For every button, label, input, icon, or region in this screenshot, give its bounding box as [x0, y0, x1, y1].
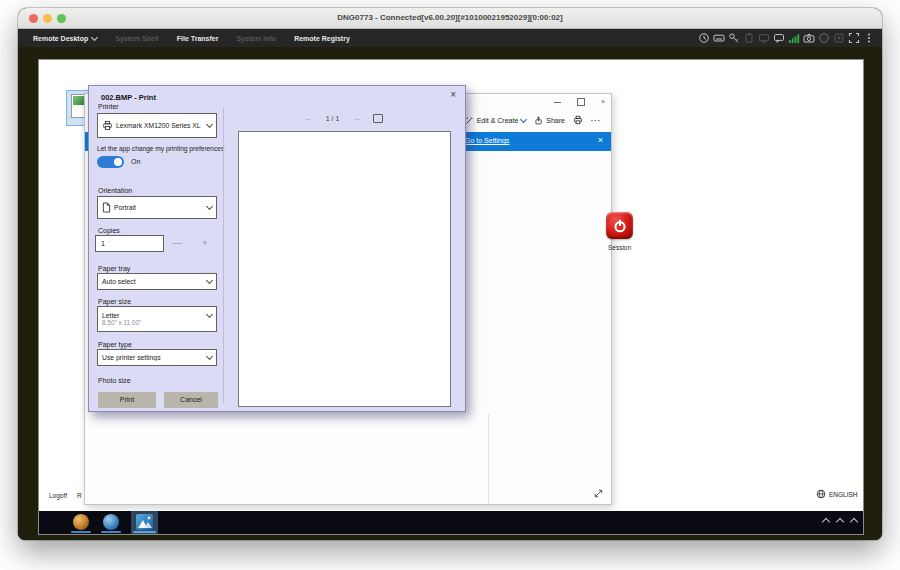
print-button[interactable]: Print	[98, 392, 156, 408]
fit-page-icon[interactable]	[373, 114, 383, 123]
paper-type-select[interactable]: Use printer settings	[97, 349, 217, 366]
running-indicator	[71, 531, 91, 533]
kebab-menu-icon[interactable]	[863, 32, 875, 44]
running-indicator	[133, 531, 156, 533]
share-button[interactable]: Share	[534, 116, 565, 125]
go-to-settings-link[interactable]: Go to Settings	[465, 137, 509, 144]
window-title: DNG0773 - Connected[v6.00.20][#101000219…	[18, 8, 882, 28]
close-icon[interactable]: ×	[601, 97, 605, 106]
globe-icon	[816, 489, 826, 499]
maximize-icon[interactable]	[577, 98, 585, 106]
chevron-up-icon	[836, 518, 844, 526]
titlebar: DNG0773 - Connected[v6.00.20][#101000219…	[18, 8, 882, 29]
paper-tray-label: Paper tray	[98, 265, 130, 272]
paper-type-label: Paper type	[98, 341, 132, 348]
menu-file-transfer[interactable]: File Transfer	[168, 35, 228, 42]
print-button-toolbar[interactable]	[573, 115, 583, 125]
keyboard-icon[interactable]	[713, 32, 725, 44]
zoom-traffic-light[interactable]	[57, 14, 66, 23]
edit-pencil-icon	[465, 116, 474, 125]
record-icon[interactable]	[818, 32, 830, 44]
paper-size-label: Paper size	[98, 298, 131, 305]
dialog-divider	[223, 108, 224, 403]
add-window-icon	[833, 32, 845, 44]
paper-size-value: Letter	[102, 312, 207, 319]
resize-diagonal-icon[interactable]	[593, 488, 604, 499]
printer-label: Printer	[98, 103, 119, 110]
taskbar-photos-icon[interactable]	[136, 514, 153, 530]
orientation-select[interactable]: Portrait	[97, 196, 217, 219]
session-shortcut-label[interactable]: Session	[597, 244, 642, 251]
ellipsis-icon: ···	[591, 117, 601, 124]
close-traffic-light[interactable]	[29, 14, 38, 23]
running-indicator	[101, 531, 121, 533]
paper-size-select[interactable]: Letter 8.50" x 11.00"	[97, 306, 217, 332]
session-shortcut-icon[interactable]	[606, 212, 633, 239]
paper-tray-value: Auto select	[102, 278, 204, 285]
edit-create-button[interactable]: Edit & Create	[465, 116, 527, 125]
language-indicator[interactable]: ENGLISH	[816, 489, 858, 499]
menu-system-shell-label: System Shell	[115, 35, 159, 42]
close-icon[interactable]: ×	[450, 90, 456, 100]
copies-label: Copies	[98, 227, 120, 234]
printer-icon	[573, 115, 583, 125]
copies-increment-button[interactable]: +	[197, 235, 213, 252]
chevron-down-icon	[206, 203, 213, 210]
minimize-traffic-light[interactable]	[43, 14, 52, 23]
preview-navigation: ← 1 / 1 →	[223, 110, 465, 126]
taskbar-app-icon[interactable]	[103, 514, 119, 530]
menu-remote-desktop[interactable]: Remote Desktop	[24, 35, 106, 42]
copies-input[interactable]	[95, 235, 164, 252]
fullscreen-icon[interactable]	[848, 32, 860, 44]
portrait-page-icon	[102, 202, 111, 213]
menu-file-transfer-label: File Transfer	[177, 35, 219, 42]
cancel-button[interactable]: Cancel	[164, 392, 218, 408]
minimize-icon[interactable]	[554, 102, 561, 103]
next-page-icon[interactable]: →	[352, 114, 360, 123]
chevron-down-icon	[206, 311, 213, 318]
share-label: Share	[546, 117, 565, 124]
remote-desktop-app-window: DNG0773 - Connected[v6.00.20][#101000219…	[18, 8, 882, 540]
session-timer-icon[interactable]	[698, 32, 710, 44]
menu-system-info: System Info	[227, 35, 285, 42]
clipboard-icon	[743, 32, 755, 44]
orientation-label: Orientation	[98, 187, 132, 194]
chat-icon[interactable]	[773, 32, 785, 44]
remote-taskbar	[39, 511, 863, 534]
preferences-text: Let the app change my printing preferenc…	[97, 145, 224, 152]
chevron-down-icon	[206, 353, 213, 360]
photos-window-controls: ×	[554, 97, 605, 106]
paper-size-detail: 8.50" x 11.00"	[102, 319, 212, 326]
remote-desktop-screen: Logoff R ENGLISH ×	[38, 59, 864, 535]
menu-system-shell: System Shell	[106, 35, 168, 42]
chevron-up-icon	[850, 518, 858, 526]
menu-system-info-label: System Info	[236, 35, 276, 42]
signal-strength-icon	[788, 32, 800, 44]
menu-remote-desktop-label: Remote Desktop	[33, 35, 88, 42]
taskbar-app-icon[interactable]	[73, 514, 89, 530]
preferences-toggle[interactable]	[97, 156, 124, 168]
copies-decrement-button[interactable]: —	[169, 235, 185, 252]
camera-icon[interactable]	[803, 32, 815, 44]
notification-close-icon[interactable]: ×	[598, 135, 603, 145]
share-icon	[534, 116, 543, 125]
more-options-button[interactable]: ···	[591, 117, 601, 124]
logoff-shortcut-label[interactable]: Logoff	[49, 492, 67, 499]
previous-page-icon[interactable]: ←	[305, 114, 313, 123]
printer-icon	[102, 120, 113, 131]
language-label: ENGLISH	[829, 491, 858, 498]
menubar-icon-strip	[698, 29, 875, 47]
taskbar-scroll-hints[interactable]	[823, 519, 857, 525]
pane-divider	[488, 414, 489, 504]
menu-remote-registry[interactable]: Remote Registry	[285, 35, 359, 42]
chevron-down-icon	[520, 115, 527, 122]
printer-select[interactable]: Lexmark XM1200 Series XL	[97, 113, 217, 138]
chevron-up-icon	[822, 518, 830, 526]
key-icon[interactable]	[728, 32, 740, 44]
toggle-state-label: On	[131, 158, 140, 165]
paper-tray-select[interactable]: Auto select	[97, 273, 217, 290]
chevron-down-icon	[206, 121, 213, 128]
restart-shortcut-label[interactable]: R	[77, 492, 82, 499]
photo-size-label: Photo size	[98, 377, 131, 384]
printer-value: Lexmark XM1200 Series XL	[116, 122, 204, 129]
